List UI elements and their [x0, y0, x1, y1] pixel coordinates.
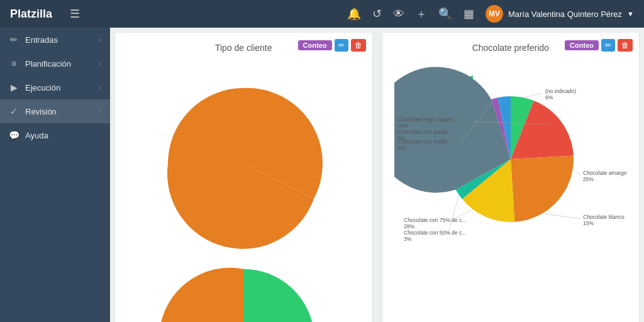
- eye-icon[interactable]: 👁: [393, 8, 404, 21]
- play-icon: ▶: [9, 82, 19, 92]
- seg-amargo: [511, 155, 574, 221]
- list-icon: ≡: [9, 58, 19, 69]
- chart1-svg: [143, 57, 344, 252]
- charts-row: Conteo ✏ 🗑 Tipo de cliente: [110, 28, 644, 322]
- chart2-conteo-button[interactable]: Conteo: [565, 40, 599, 50]
- chart2-toolbar: Conteo ✏ 🗑: [565, 39, 633, 52]
- svg-text:Chocolate con 50% de c...: Chocolate con 50% de c...: [404, 230, 466, 236]
- edit-icon: ✏: [9, 35, 19, 45]
- chart-panel-2: Conteo ✏ 🗑 Chocolate preferido: [382, 33, 640, 322]
- chart1-title: Tipo de cliente: [215, 43, 272, 53]
- svg-text:Chocolate con 75% de c...: Chocolate con 75% de c...: [404, 217, 466, 223]
- app-logo: Platzilla: [10, 8, 52, 21]
- sidebar-label-entradas: Entradas: [25, 35, 92, 45]
- chevron-right-icon-4: ›: [99, 108, 101, 115]
- chart1-pie: Especial 24% Eventual 29% Recurrente 47%: [136, 245, 350, 322]
- svg-line-14: [545, 214, 581, 219]
- sidebar-label-ejecucion: Ejecución: [25, 83, 92, 92]
- sidebar: ✏ Entradas › ≡ Planificación › ▶ Ejecuci…: [0, 28, 110, 322]
- chevron-down-icon[interactable]: ▼: [627, 10, 634, 18]
- sidebar-item-entradas[interactable]: ✏ Entradas ›: [0, 28, 110, 52]
- svg-text:(no indicado): (no indicado): [545, 88, 576, 94]
- seg-recurrente: [159, 268, 243, 322]
- avatar: MV: [486, 5, 503, 23]
- sidebar-item-planificacion[interactable]: ≡ Planificación ›: [0, 52, 110, 75]
- sidebar-item-ejecucion[interactable]: ▶ Ejecución ›: [0, 75, 110, 99]
- svg-line-11: [575, 172, 581, 175]
- chart-panel-1: Conteo ✏ 🗑 Tipo de cliente: [115, 33, 372, 322]
- main-layout: ✏ Entradas › ≡ Planificación › ▶ Ejecuci…: [0, 28, 644, 322]
- svg-text:24%: 24%: [270, 291, 282, 298]
- sidebar-item-ayuda[interactable]: 💬 Ayuda: [0, 123, 110, 147]
- grid-icon[interactable]: ▦: [464, 7, 474, 21]
- svg-text:3%: 3%: [397, 135, 406, 142]
- check-icon: ✓: [9, 106, 19, 116]
- plus-icon[interactable]: ＋: [416, 6, 427, 21]
- user-name: María Valentina Quintero Pérez: [508, 9, 622, 19]
- chart2-pie-clean: (no indicado) 6% Chocolate negro superi.…: [394, 66, 627, 252]
- segment-recurrente-3: [168, 88, 243, 164]
- user-info: MV María Valentina Quintero Pérez ▼: [486, 5, 634, 23]
- svg-text:28%: 28%: [404, 223, 414, 230]
- chevron-right-icon-2: ›: [99, 60, 101, 67]
- sidebar-label-planificacion: Planificación: [25, 59, 92, 69]
- chart1-edit-button[interactable]: ✏: [335, 39, 348, 52]
- svg-text:25%: 25%: [583, 176, 594, 182]
- svg-text:6%: 6%: [545, 94, 553, 101]
- svg-text:3%: 3%: [397, 145, 406, 151]
- svg-line-17: [448, 194, 459, 235]
- sidebar-label-revision: Revisión: [25, 107, 92, 116]
- svg-line-5: [522, 93, 542, 98]
- svg-text:Chocolate con avella...: Chocolate con avella...: [397, 129, 452, 135]
- svg-text:Chocolate con avella...: Chocolate con avella...: [397, 138, 452, 145]
- chevron-right-icon-3: ›: [99, 84, 101, 91]
- chart2-delete-button[interactable]: 🗑: [618, 39, 633, 52]
- chart2-edit-button[interactable]: ✏: [601, 39, 615, 52]
- search-icon[interactable]: 🔍: [438, 7, 452, 21]
- svg-text:Chocolate negro superi...: Chocolate negro superi...: [397, 116, 457, 123]
- svg-text:Chocolate amargo: Chocolate amargo: [583, 170, 627, 176]
- topnav: Platzilla ☰ 🔔 ↺ 👁 ＋ 🔍 ▦ MV María Valenti…: [0, 0, 644, 28]
- menu-icon[interactable]: ☰: [70, 7, 80, 21]
- svg-text:3%: 3%: [404, 236, 412, 242]
- refresh-icon[interactable]: ↺: [372, 7, 382, 21]
- label-especial: Especial: [265, 284, 287, 291]
- chart1-conteo-button[interactable]: Conteo: [298, 40, 332, 50]
- chevron-right-icon: ›: [99, 36, 101, 43]
- svg-text:18%: 18%: [397, 123, 408, 129]
- sidebar-item-revision[interactable]: ✓ Revisión ›: [0, 99, 110, 123]
- svg-text:15%: 15%: [583, 220, 594, 226]
- sidebar-label-ayuda: Ayuda: [25, 131, 101, 140]
- svg-text:Chocolate blanco: Chocolate blanco: [583, 214, 625, 220]
- help-icon: 💬: [9, 130, 19, 140]
- chart1-toolbar: Conteo ✏ 🗑: [298, 39, 366, 52]
- content-area: Conteo ✏ 🗑 Tipo de cliente: [110, 28, 644, 322]
- chart2-title: Chocolate preferido: [472, 43, 549, 53]
- bell-icon[interactable]: 🔔: [347, 7, 361, 21]
- chart1-delete-button[interactable]: 🗑: [351, 39, 366, 52]
